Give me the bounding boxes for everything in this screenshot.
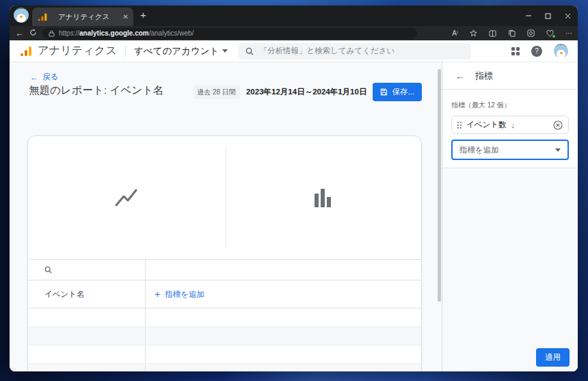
remove-metric-icon[interactable]	[553, 120, 563, 130]
add-metric-link[interactable]: + 指標を追加	[155, 289, 204, 300]
read-aloud-icon[interactable]: A)	[452, 29, 458, 37]
refresh-icon[interactable]	[29, 29, 37, 38]
metrics-panel: ← 指標 指標（最大 12 個） イベント数 ↓ 指標を追加	[442, 62, 578, 371]
table-row	[28, 364, 421, 371]
ga-app-header: アナリティクス すべてのアカウント 「分析情報」と検索してみてください ?	[10, 40, 578, 62]
table-search-field[interactable]	[28, 260, 146, 280]
save-icon	[380, 88, 388, 96]
close-button[interactable]	[558, 5, 578, 26]
plus-icon: +	[155, 289, 160, 299]
maximize-button[interactable]	[538, 5, 558, 26]
table-search-icon	[44, 266, 52, 274]
tab-title: アナリティクス	[58, 12, 119, 22]
user-avatar[interactable]	[554, 44, 568, 58]
minimize-button[interactable]	[518, 5, 538, 26]
lock-icon	[49, 30, 55, 37]
panel-title: 指標	[475, 70, 493, 82]
split-screen-icon[interactable]	[489, 30, 496, 37]
nav-back-icon[interactable]: ←	[15, 29, 24, 38]
address-bar[interactable]: https://analytics.google.com/analytics/w…	[42, 28, 417, 39]
bar-chart-icon	[314, 188, 332, 207]
table-row	[28, 327, 421, 345]
report-card: イベント名 + 指標を追加	[27, 135, 422, 371]
copilot-icon[interactable]	[527, 29, 535, 37]
line-chart-placeholder[interactable]	[28, 136, 225, 259]
dropdown-caret-icon	[555, 148, 561, 152]
url-text: https://analytics.google.com/analytics/w…	[59, 29, 193, 37]
chart-divider	[226, 147, 226, 248]
insights-search-input[interactable]: 「分析情報」と検索してみてください	[239, 43, 471, 60]
browser-profile-avatar[interactable]	[14, 8, 29, 23]
metric-limit-label: 指標（最大 12 個）	[451, 101, 569, 110]
bar-chart-placeholder[interactable]	[225, 136, 422, 259]
save-button[interactable]: 保存...	[373, 83, 422, 101]
apps-grid-icon[interactable]	[511, 47, 520, 55]
table-row	[28, 345, 421, 364]
search-placeholder: 「分析情報」と検索してみてください	[259, 46, 395, 56]
app-brand: アナリティクス	[38, 44, 117, 58]
report-main-area: ← 戻る 無題のレポート: イベント名 過去 28 日間 2023年12月14日…	[10, 62, 442, 371]
header-divider	[125, 45, 126, 57]
analytics-favicon	[38, 13, 47, 21]
add-metric-dropdown[interactable]: 指標を追加	[451, 140, 569, 160]
search-icon	[245, 47, 254, 55]
more-menu-icon[interactable]: ···	[565, 29, 572, 37]
collections-icon[interactable]	[508, 29, 516, 37]
panel-back-icon[interactable]: ←	[455, 70, 465, 81]
tab-close-icon[interactable]: ✕	[123, 13, 129, 21]
date-period-chip: 過去 28 日間	[193, 86, 240, 99]
add-metric-placeholder: 指標を追加	[459, 145, 499, 155]
chevron-down-icon	[222, 49, 228, 53]
vertical-scrollbar[interactable]	[438, 69, 441, 302]
favorites-star-icon[interactable]	[470, 29, 477, 37]
browser-toolbar: ← https://analytics.google.com/analytics…	[10, 26, 578, 40]
date-range[interactable]: 2023年12月14日～2024年1月10日	[246, 87, 366, 97]
browser-essentials-icon[interactable]	[546, 30, 554, 37]
drag-handle-icon[interactable]	[457, 122, 462, 129]
metric-chip[interactable]: イベント数 ↓	[451, 116, 569, 134]
browser-tab[interactable]: アナリティクス ✕	[32, 8, 133, 26]
browser-window: アナリティクス ✕ + ← https://analytics.google.c…	[10, 5, 578, 371]
back-link[interactable]: ← 戻る	[30, 72, 59, 82]
metric-chip-label: イベント数	[466, 120, 507, 130]
report-table: イベント名 + 指標を追加	[28, 259, 421, 371]
analytics-logo-icon	[21, 47, 31, 56]
apply-button[interactable]: 適用	[536, 348, 570, 367]
account-switcher[interactable]: すべてのアカウント	[134, 45, 228, 57]
table-row	[28, 308, 421, 327]
line-chart-icon	[113, 187, 139, 208]
browser-titlebar: アナリティクス ✕ +	[10, 5, 578, 26]
dimension-column-header[interactable]: イベント名	[44, 289, 85, 300]
page-title: 無題のレポート: イベント名	[29, 83, 164, 98]
help-icon[interactable]: ?	[531, 46, 542, 57]
new-tab-button[interactable]: +	[140, 9, 146, 21]
back-arrow-icon: ←	[30, 73, 38, 81]
sort-descending-icon: ↓	[511, 121, 516, 129]
